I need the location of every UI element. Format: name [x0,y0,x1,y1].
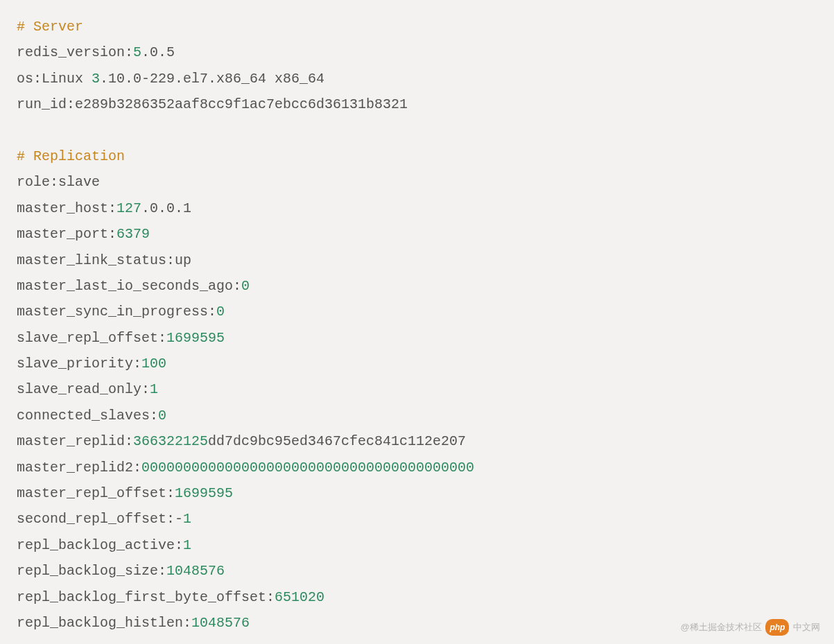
line-master-replid2: master_replid2:0000000000000000000000000… [17,455,817,480]
line-slave-priority: slave_priority:100 [17,351,817,376]
line-slave-read-only: slave_read_only:1 [17,376,817,402]
line-connected-slaves: connected_slaves:0 [17,403,817,428]
line-redis-version: redis_version:5.0.5 [17,40,817,65]
line-repl-backlog-size: repl_backlog_size:1048576 [17,558,817,584]
watermark-right: 中文网 [793,622,820,632]
line-role: role:slave [17,169,817,195]
line-slave-repl-offset: slave_repl_offset:1699595 [17,325,817,351]
line-os: os:Linux 3.10.0-229.el7.x86_64 x86_64 [17,66,817,92]
line-master-repl-offset: master_repl_offset:1699595 [17,480,817,506]
blank-line [17,118,817,143]
redis-info-output: # Server redis_version:5.0.5 os:Linux 3.… [17,14,817,636]
replication-section-header: # Replication [17,143,817,169]
line-master-sync-in-progress: master_sync_in_progress:0 [17,299,817,324]
line-repl-backlog-first-byte-offset: repl_backlog_first_byte_offset:651020 [17,584,817,610]
line-master-port: master_port:6379 [17,221,817,247]
php-badge-icon: php [765,619,789,636]
line-master-link-status: master_link_status:up [17,247,817,273]
line-second-repl-offset: second_repl_offset:-1 [17,506,817,532]
line-master-replid: master_replid:366322125dd7dc9bc95ed3467c… [17,428,817,454]
watermark: @稀土掘金技术社区 php 中文网 [681,619,820,636]
watermark-left: @稀土掘金技术社区 [681,622,762,632]
line-repl-backlog-active: repl_backlog_active:1 [17,532,817,558]
line-master-host: master_host:127.0.0.1 [17,195,817,221]
server-section-header: # Server [17,14,817,40]
line-master-last-io: master_last_io_seconds_ago:0 [17,273,817,299]
line-run-id: run_id:e289b3286352aaf8cc9f1ac7ebcc6d361… [17,92,817,117]
